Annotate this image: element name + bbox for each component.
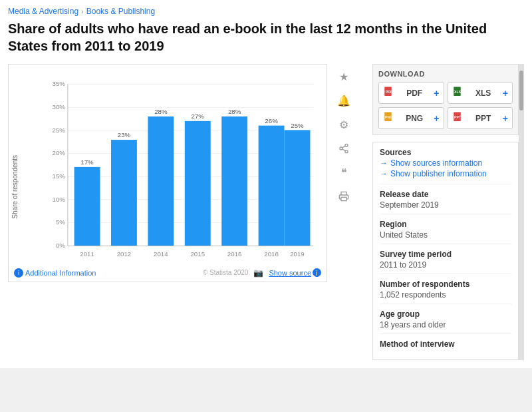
xls-plus-icon: + [503,88,508,99]
print-button[interactable] [334,186,354,206]
svg-text:28%: 28% [154,108,168,115]
pdf-plus-icon: + [434,88,439,99]
svg-line-36 [342,146,346,148]
release-date-item: Release date September 2019 [380,190,511,214]
show-source-link[interactable]: Show source i [269,268,321,277]
svg-point-32 [345,144,348,146]
download-png-button[interactable]: PNG PNG + [378,107,444,129]
svg-text:30%: 30% [53,103,66,110]
y-axis-label: Share of respondents [11,155,19,219]
region-value: United States [380,230,511,240]
info-panel: DOWNLOAD PDF PDF + [372,64,519,360]
survey-period-value: 2011 to 2019 [380,260,511,270]
region-item: Region United States [380,220,511,244]
download-grid: PDF PDF + XLS [378,82,513,129]
svg-text:20%: 20% [53,149,66,156]
additional-info-link[interactable]: i Additional Information [14,268,96,278]
svg-text:5%: 5% [56,218,65,226]
svg-rect-37 [341,197,346,200]
breadcrumb-link-1[interactable]: Media & Advertising [8,7,78,16]
copyright-text: © Statista 2020 [203,269,249,276]
bar-chart: 0% 5% 10% 15% 20% 25% 30% 35% 17% 2011 [42,71,320,266]
settings-button[interactable]: ⚙ [334,114,354,134]
age-group-value: 18 years and older [380,320,511,329]
svg-text:35%: 35% [53,80,66,87]
chart-footer: i Additional Information © Statista 2020… [9,266,327,282]
svg-text:2014: 2014 [154,250,168,258]
svg-point-34 [345,150,348,153]
bar-2014 [148,116,174,246]
ppt-plus-icon: + [503,113,508,124]
age-group-label: Age group [380,309,511,319]
breadcrumb-sep: › [81,7,84,15]
additional-info-text: Additional Information [25,269,96,277]
info-panel-container: DOWNLOAD PDF PDF + [372,64,524,360]
survey-period-label: Survey time period [380,250,511,259]
ppt-label: PPT [475,114,491,123]
quote-button[interactable]: ❝ [334,162,354,182]
breadcrumb: Media & Advertising › Books & Publishing [8,7,524,16]
show-sources-text: Show sources information [390,158,482,168]
svg-text:23%: 23% [118,131,131,138]
breadcrumb-link-2[interactable]: Books & Publishing [86,7,155,16]
pdf-icon: PDF [383,86,395,100]
pdf-label: PDF [406,89,422,98]
download-title: DOWNLOAD [378,70,513,78]
svg-text:26%: 26% [265,117,278,124]
ppt-icon: PPT [452,111,464,125]
svg-text:17%: 17% [80,158,94,166]
svg-text:PPT: PPT [454,115,462,119]
show-publisher-link[interactable]: → Show publisher information [380,169,511,178]
bar-2011 [74,167,100,246]
right-icon-panel: ★ 🔔 ⚙ ❝ [334,64,366,206]
svg-text:PDF: PDF [386,90,393,94]
show-sources-link[interactable]: → Show sources information [380,158,511,168]
method-label: Method of interview [380,339,511,349]
svg-text:25%: 25% [53,126,66,134]
svg-text:27%: 27% [192,112,205,120]
download-pdf-button[interactable]: PDF PDF + [378,82,444,104]
respondents-value: 1,052 respondents [380,290,511,300]
metadata-section: Sources → Show sources information → Sho… [372,142,519,360]
share-button[interactable] [334,138,354,158]
respondents-label: Number of respondents [380,280,511,289]
svg-text:2015: 2015 [190,250,205,258]
svg-text:2016: 2016 [227,250,242,258]
sources-label: Sources [380,148,511,157]
method-item: Method of interview [380,339,511,354]
chart-area: Share of respondents [8,64,327,282]
bell-button[interactable]: 🔔 [334,91,354,110]
svg-text:2011: 2011 [80,250,94,258]
svg-text:XLS: XLS [454,90,462,94]
xls-label: XLS [475,89,491,98]
scrollbar[interactable] [519,64,524,360]
png-label: PNG [406,114,423,123]
svg-text:28%: 28% [228,108,241,115]
release-date-label: Release date [380,190,511,199]
scrollbar-thumb[interactable] [519,71,523,110]
svg-text:2018: 2018 [264,250,279,258]
png-plus-icon: + [434,113,439,124]
download-xls-button[interactable]: XLS XLS + [448,82,513,104]
star-button[interactable]: ★ [334,67,354,87]
camera-icon: 📷 [253,268,263,278]
show-publisher-text: Show publisher information [390,169,487,178]
respondents-item: Number of respondents 1,052 respondents [380,280,511,304]
show-source-text: Show source [269,269,311,277]
svg-text:2012: 2012 [117,250,132,258]
age-group-item: Age group 18 years and older [380,309,511,334]
bar-2019 [285,130,311,246]
svg-text:2019: 2019 [290,250,305,258]
source-info-icon: i [313,268,321,277]
svg-point-33 [340,147,342,150]
download-section: DOWNLOAD PDF PDF + [372,64,519,135]
bar-2018 [259,126,285,246]
svg-text:15%: 15% [53,172,66,180]
bar-2016 [221,116,247,246]
download-ppt-button[interactable]: PPT PPT + [448,107,513,129]
sources-subsection: Sources → Show sources information → Sho… [380,148,511,184]
bar-2015 [185,121,211,246]
info-icon: i [14,268,23,278]
bar-2012 [111,140,137,246]
png-icon: PNG [383,111,395,125]
